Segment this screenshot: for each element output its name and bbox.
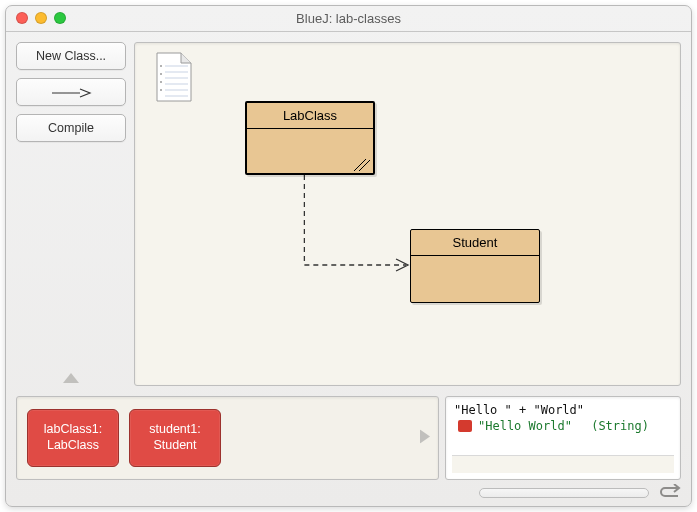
object-name: labClass1: [44,422,102,438]
class-box-labclass[interactable]: LabClass [245,101,375,175]
svg-line-13 [359,160,370,171]
object-class: LabClass [47,438,99,454]
status-bar [16,484,681,502]
codepad-input: "Hello " + "World" [454,403,672,417]
close-icon[interactable] [16,12,28,24]
rerun-icon[interactable] [659,484,681,503]
result-type: (String) [591,419,649,433]
object-bench[interactable]: labClass1: LabClass student1: Student [16,396,439,480]
expand-sidebar-icon[interactable] [63,371,79,386]
svg-marker-1 [63,373,79,383]
svg-point-3 [160,73,162,75]
object-student1[interactable]: student1: Student [129,409,221,467]
class-diagram[interactable]: LabClass Student [134,42,681,386]
sidebar: New Class... Compile [16,42,126,386]
object-labclass1[interactable]: labClass1: LabClass [27,409,119,467]
svg-line-12 [354,159,366,171]
uses-arrow [135,43,680,385]
svg-point-4 [160,81,162,83]
svg-point-5 [160,89,162,91]
bluej-window: BlueJ: lab-classes New Class... Compile [5,5,692,507]
inherit-arrow-button[interactable] [16,78,126,106]
window-title: BlueJ: lab-classes [296,11,401,26]
upper-panel: New Class... Compile [16,42,681,386]
minimize-icon[interactable] [35,12,47,24]
readme-file-icon[interactable] [153,51,195,106]
lower-panel: labClass1: LabClass student1: Student "H… [16,396,681,480]
code-pad[interactable]: "Hello " + "World" "Hello World" (String… [445,396,681,480]
result-value: "Hello World" [478,419,572,433]
progress-bar [479,488,649,498]
new-class-button[interactable]: New Class... [16,42,126,70]
object-name: student1: [149,422,200,438]
zoom-icon[interactable] [54,12,66,24]
bench-scroll-icon[interactable] [420,430,430,447]
class-box-student[interactable]: Student [410,229,540,303]
svg-marker-14 [420,430,430,444]
window-controls [16,12,66,24]
arrow-icon [50,87,92,99]
diagonal-stripes-icon [354,159,370,171]
class-name: Student [411,230,539,256]
content-area: New Class... Compile [6,32,691,506]
codepad-result: "Hello World" (String) [454,419,672,433]
codepad-input-row[interactable] [452,455,674,473]
compile-button[interactable]: Compile [16,114,126,142]
object-result-icon[interactable] [458,420,472,432]
titlebar[interactable]: BlueJ: lab-classes [6,6,691,32]
object-class: Student [153,438,196,454]
class-name: LabClass [247,103,373,129]
svg-point-2 [160,65,162,67]
